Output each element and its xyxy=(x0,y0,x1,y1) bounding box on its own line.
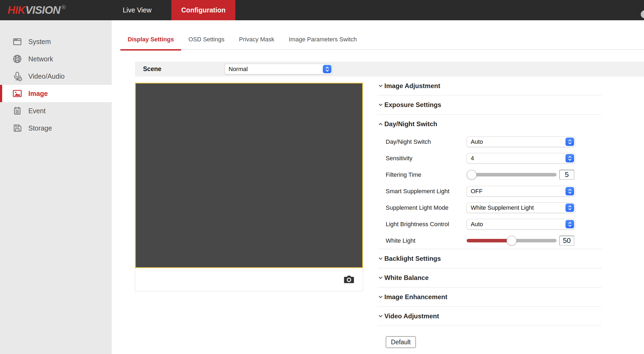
logo-vision-text: VISION xyxy=(25,4,60,16)
event-note-icon xyxy=(12,106,22,116)
slider-fill xyxy=(467,239,511,242)
white-light-slider[interactable] xyxy=(467,235,558,246)
section-header-exposure-settings[interactable]: Exposure Settings xyxy=(378,95,602,115)
field-label: Day/Night Switch xyxy=(386,138,467,145)
globe-icon xyxy=(12,54,22,64)
section-header-white-balance[interactable]: White Balance xyxy=(378,268,602,288)
default-button[interactable]: Default xyxy=(386,336,416,348)
sidebar-item-storage[interactable]: Storage xyxy=(0,119,112,137)
microphone-icon xyxy=(12,71,22,81)
section-title: Video Adjustment xyxy=(384,312,439,320)
section-title: Exposure Settings xyxy=(384,101,441,109)
chevron-down-icon xyxy=(378,275,384,281)
chevron-down-icon xyxy=(378,83,384,89)
chevron-down-icon xyxy=(378,294,384,300)
section-header-day-night-switch[interactable]: Day/Night Switch xyxy=(378,115,602,133)
section-title: Day/Night Switch xyxy=(384,120,437,128)
select-stepper-icon xyxy=(565,187,574,195)
scene-label: Scene xyxy=(143,62,161,76)
filtering-time-slider[interactable] xyxy=(467,169,558,180)
sensitivity-select[interactable]: 4 xyxy=(467,153,575,163)
select-value: Auto xyxy=(471,138,483,145)
field-row-supplement-light-mode: Supplement Light Mode White Supplement L… xyxy=(386,199,602,216)
section-header-image-adjustment[interactable]: Image Adjustment xyxy=(378,77,602,95)
sidebar-item-image[interactable]: Image xyxy=(0,85,112,102)
field-label: Light Brightness Control xyxy=(386,221,467,228)
slider-thumb[interactable] xyxy=(467,170,477,180)
sidebar-item-system[interactable]: System xyxy=(0,33,112,50)
settings-tabbar: Display Settings OSD Settings Privacy Ma… xyxy=(120,29,364,50)
smart-supplement-light-select[interactable]: OFF xyxy=(467,186,575,196)
section-header-image-enhancement[interactable]: Image Enhancement xyxy=(378,288,602,307)
field-label: Filtering Time xyxy=(386,171,467,178)
image-settings-panel: Image Adjustment Exposure Settings Day/N… xyxy=(378,77,602,348)
day-night-switch-select[interactable]: Auto xyxy=(467,136,575,147)
tab-osd-settings[interactable]: OSD Settings xyxy=(181,29,232,50)
slider-thumb[interactable] xyxy=(507,236,517,246)
tab-display-settings[interactable]: Display Settings xyxy=(120,29,181,50)
sidebar-item-video-audio[interactable]: Video/Audio xyxy=(0,68,112,85)
tabbar-divider xyxy=(120,49,644,50)
tab-privacy-mask[interactable]: Privacy Mask xyxy=(232,29,282,50)
system-window-icon xyxy=(12,36,22,47)
preview-toolbar xyxy=(135,268,363,291)
filtering-time-input[interactable] xyxy=(559,170,574,180)
select-value: 4 xyxy=(471,155,474,162)
sidebar-item-label: Event xyxy=(28,107,46,115)
field-row-day-night-switch: Day/Night Switch Auto xyxy=(386,133,602,150)
user-icon[interactable] xyxy=(641,10,644,18)
select-value: OFF xyxy=(471,188,483,195)
camera-icon xyxy=(343,274,355,285)
scene-select-value: Normal xyxy=(229,66,248,73)
nav-live-view[interactable]: Live View xyxy=(113,0,161,20)
field-row-white-light: White Light xyxy=(386,232,602,249)
section-title: Image Adjustment xyxy=(384,82,440,90)
hikvision-config-page: HIKVISION® Live View Configuration Syste… xyxy=(0,0,644,354)
select-stepper-icon xyxy=(565,154,574,162)
field-label: Supplement Light Mode xyxy=(386,204,467,211)
field-label: White Light xyxy=(386,237,467,244)
field-row-filtering-time: Filtering Time xyxy=(386,166,602,183)
chevron-down-icon xyxy=(378,313,384,319)
section-header-backlight-settings[interactable]: Backlight Settings xyxy=(378,249,602,268)
select-value: Auto xyxy=(471,221,483,228)
section-title: White Balance xyxy=(384,274,429,282)
select-stepper-icon xyxy=(323,65,331,73)
section-header-video-adjustment[interactable]: Video Adjustment xyxy=(378,307,602,326)
camera-snapshot-button[interactable] xyxy=(343,274,355,285)
sidebar-item-label: Video/Audio xyxy=(28,72,65,80)
video-preview xyxy=(135,83,363,268)
nav-configuration[interactable]: Configuration xyxy=(171,0,235,20)
sidebar-item-label: Storage xyxy=(28,124,52,132)
section-title: Image Enhancement xyxy=(384,293,447,301)
topbar: HIKVISION® Live View Configuration xyxy=(0,0,644,20)
select-stepper-icon xyxy=(565,203,574,212)
supplement-light-mode-select[interactable]: White Supplement Light xyxy=(467,202,575,213)
select-value: White Supplement Light xyxy=(471,204,534,211)
white-light-input[interactable] xyxy=(559,236,574,246)
chevron-down-icon xyxy=(378,102,384,108)
tab-image-parameters-switch[interactable]: Image Parameters Switch xyxy=(282,29,364,50)
logo-registered-mark: ® xyxy=(61,4,65,11)
day-night-switch-fields: Day/Night Switch Auto Sensitivity 4 xyxy=(378,133,602,249)
scene-bar: Scene Normal xyxy=(135,62,644,76)
sidebar: System Network Video/Audio xyxy=(0,20,112,354)
scene-select[interactable]: Normal xyxy=(225,64,333,74)
field-label: Sensitivity xyxy=(386,155,467,162)
field-label: Smart Supplement Light xyxy=(386,188,467,195)
field-row-sensitivity: Sensitivity 4 xyxy=(386,150,602,166)
section-title: Backlight Settings xyxy=(384,255,441,262)
field-row-smart-supplement-light: Smart Supplement Light OFF xyxy=(386,183,602,199)
sidebar-item-network[interactable]: Network xyxy=(0,50,112,68)
slider-track[interactable] xyxy=(467,173,557,176)
sidebar-item-event[interactable]: Event xyxy=(0,102,112,119)
hikvision-logo: HIKVISION® xyxy=(8,0,66,20)
sidebar-item-label: System xyxy=(28,38,51,46)
sidebar-item-label: Image xyxy=(28,90,48,98)
storage-disk-icon xyxy=(12,123,22,133)
field-row-light-brightness-control: Light Brightness Control Auto xyxy=(386,216,602,232)
select-stepper-icon xyxy=(565,220,574,228)
sidebar-item-label: Network xyxy=(28,55,53,63)
light-brightness-control-select[interactable]: Auto xyxy=(467,219,575,229)
logo-hik-text: HIK xyxy=(8,4,25,16)
